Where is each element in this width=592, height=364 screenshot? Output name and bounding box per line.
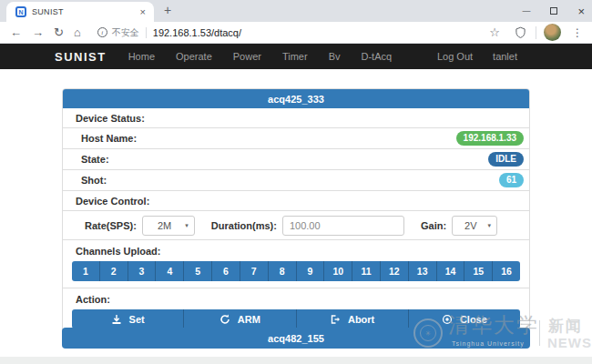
profile-avatar[interactable]	[544, 24, 561, 41]
tab-title: SUNIST	[32, 7, 138, 16]
device-control-section-label: Device Control:	[63, 191, 529, 211]
state-badge: IDLE	[488, 152, 524, 167]
rate-select[interactable]: 2M ▾	[142, 216, 195, 236]
shot-row: Shot: 61	[63, 170, 529, 191]
device-status-section-label: Device Status:	[63, 108, 529, 128]
channel-button-9[interactable]: 9	[297, 261, 325, 281]
action-button-group: Set ARM Abort Close	[72, 309, 520, 329]
new-tab-button[interactable]: +	[164, 3, 171, 17]
window-minimize-button[interactable]: —	[522, 7, 530, 15]
forward-icon[interactable]: →	[32, 26, 44, 38]
channel-button-6[interactable]: 6	[212, 261, 240, 281]
nav-item-dtacq[interactable]: D-tAcq	[362, 51, 393, 62]
shot-label: Shot:	[81, 175, 107, 186]
action-label: Action:	[72, 292, 520, 309]
control-row: Rate(SPS): 2M ▾ Duration(ms): Gain: 2V ▾	[63, 211, 529, 240]
bookmark-star-icon[interactable]: ☆	[489, 25, 500, 39]
page-info-icon[interactable]: i	[97, 27, 107, 37]
watermark-divider	[539, 320, 540, 346]
host-name-label: Host Name:	[81, 133, 137, 144]
download-icon	[111, 314, 122, 325]
channel-button-13[interactable]: 13	[409, 261, 437, 281]
nav-item-bv[interactable]: Bv	[329, 51, 341, 62]
state-row: State: IDLE	[63, 149, 529, 170]
navbar-brand[interactable]: SUNIST	[55, 50, 107, 64]
back-icon[interactable]: ←	[10, 26, 22, 38]
channel-button-10[interactable]: 10	[324, 261, 352, 281]
duration-label: Duration(ms):	[211, 220, 277, 231]
channel-button-2[interactable]: 2	[100, 261, 128, 281]
channel-button-14[interactable]: 14	[437, 261, 465, 281]
panel-title: acq425_333	[63, 89, 529, 108]
news-en-text: NEWS	[547, 335, 592, 350]
shot-badge: 61	[499, 173, 524, 187]
arm-button[interactable]: ARM	[184, 309, 296, 329]
address-bar: ← → ↻ ⌂ i 不安全 192.168.1.53/dtacq/ ☆ ⋮	[0, 22, 592, 44]
channel-button-8[interactable]: 8	[269, 261, 297, 281]
nav-item-operate[interactable]: Operate	[176, 51, 212, 62]
page-bottom-strip	[0, 357, 592, 364]
nav-item-logout[interactable]: Log Out	[437, 51, 473, 62]
nav-item-username[interactable]: tanlet	[493, 51, 517, 62]
set-button[interactable]: Set	[72, 309, 184, 329]
app-navbar: SUNIST Home Operate Power Timer Bv D-tAc…	[0, 44, 592, 69]
site-favicon-icon: N	[15, 6, 26, 17]
device-panel-acq482-header[interactable]: acq482_155	[62, 328, 530, 349]
rate-label: Rate(SPS):	[85, 220, 137, 231]
state-label: State:	[81, 154, 109, 165]
close-button[interactable]: Close	[409, 309, 520, 329]
window-maximize-button[interactable]	[550, 7, 557, 15]
device-panel-acq425: acq425_333 Device Status: Host Name: 192…	[62, 88, 530, 336]
log-out-icon	[330, 314, 341, 325]
nav-item-timer[interactable]: Timer	[282, 51, 308, 62]
channel-button-11[interactable]: 11	[352, 261, 381, 281]
window-close-button[interactable]: ×	[577, 5, 585, 17]
gain-select[interactable]: 2V ▾	[452, 216, 497, 236]
duration-input[interactable]	[282, 216, 404, 236]
record-icon	[442, 314, 453, 325]
abort-button[interactable]: Abort	[297, 309, 409, 329]
browser-menu-icon[interactable]: ⋮	[572, 26, 583, 39]
channel-button-1[interactable]: 1	[72, 261, 100, 281]
shield-extension-icon[interactable]	[515, 26, 526, 39]
channels-section: Channels Upload: 1 2 3 4 5 6 7 8 9 10 11…	[63, 240, 529, 288]
browser-tab-strip: N SUNIST × + — ×	[0, 0, 592, 22]
host-name-row: Host Name: 192.168.1.33	[63, 128, 529, 149]
reload-icon[interactable]: ↻	[54, 26, 64, 38]
home-icon[interactable]: ⌂	[74, 26, 81, 38]
channels-label: Channels Upload:	[72, 244, 520, 261]
browser-tab[interactable]: N SUNIST ×	[6, 2, 154, 22]
chevron-down-icon: ▾	[488, 222, 492, 229]
channel-button-15[interactable]: 15	[464, 261, 493, 281]
security-label[interactable]: 不安全	[112, 26, 139, 39]
channel-button-group: 1 2 3 4 5 6 7 8 9 10 11 12 13 14 15 16	[72, 261, 520, 281]
toolbar-divider	[536, 26, 536, 39]
channel-button-4[interactable]: 4	[156, 261, 184, 281]
channel-button-5[interactable]: 5	[184, 261, 212, 281]
url-text[interactable]: 192.168.1.53/dtacq/	[153, 27, 241, 38]
gain-label: Gain:	[421, 220, 446, 231]
channel-button-7[interactable]: 7	[240, 261, 269, 281]
channel-button-12[interactable]: 12	[381, 261, 409, 281]
url-divider	[146, 27, 147, 38]
nav-item-power[interactable]: Power	[233, 51, 261, 62]
news-cn-text: 新闻	[548, 316, 583, 337]
channel-button-16[interactable]: 16	[493, 261, 520, 281]
refresh-icon	[219, 314, 230, 325]
chevron-down-icon: ▾	[185, 222, 189, 229]
tab-close-icon[interactable]: ×	[138, 6, 148, 17]
host-name-badge: 192.168.1.33	[456, 131, 524, 146]
channel-button-3[interactable]: 3	[128, 261, 157, 281]
nav-item-home[interactable]: Home	[128, 51, 155, 62]
